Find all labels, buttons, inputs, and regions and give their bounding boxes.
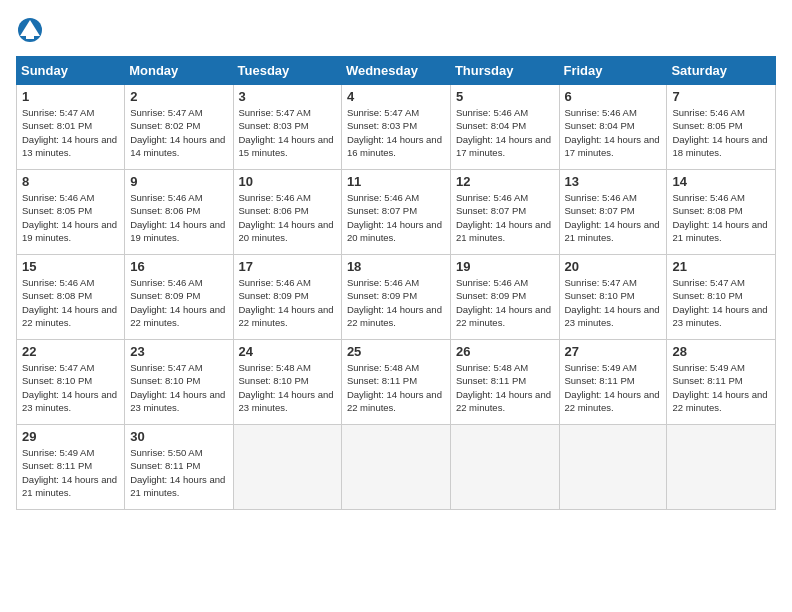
day-number: 27 [565,344,662,359]
day-info: Sunrise: 5:46 AM Sunset: 8:04 PM Dayligh… [565,106,662,159]
day-number: 16 [130,259,227,274]
day-number: 28 [672,344,770,359]
day-number: 15 [22,259,119,274]
day-info: Sunrise: 5:47 AM Sunset: 8:01 PM Dayligh… [22,106,119,159]
day-number: 11 [347,174,445,189]
day-cell: 16 Sunrise: 5:46 AM Sunset: 8:09 PM Dayl… [125,255,233,340]
day-number: 20 [565,259,662,274]
day-number: 3 [239,89,336,104]
day-info: Sunrise: 5:47 AM Sunset: 8:10 PM Dayligh… [22,361,119,414]
calendar-header-thursday: Thursday [450,57,559,85]
day-number: 24 [239,344,336,359]
day-number: 22 [22,344,119,359]
empty-cell [233,425,341,510]
day-cell: 25 Sunrise: 5:48 AM Sunset: 8:11 PM Dayl… [341,340,450,425]
day-cell: 30 Sunrise: 5:50 AM Sunset: 8:11 PM Dayl… [125,425,233,510]
day-info: Sunrise: 5:49 AM Sunset: 8:11 PM Dayligh… [22,446,119,499]
week-row: 22 Sunrise: 5:47 AM Sunset: 8:10 PM Dayl… [17,340,776,425]
day-info: Sunrise: 5:46 AM Sunset: 8:05 PM Dayligh… [22,191,119,244]
day-number: 17 [239,259,336,274]
day-cell: 27 Sunrise: 5:49 AM Sunset: 8:11 PM Dayl… [559,340,667,425]
week-row: 29 Sunrise: 5:49 AM Sunset: 8:11 PM Dayl… [17,425,776,510]
day-cell: 1 Sunrise: 5:47 AM Sunset: 8:01 PM Dayli… [17,85,125,170]
day-number: 30 [130,429,227,444]
day-info: Sunrise: 5:47 AM Sunset: 8:10 PM Dayligh… [130,361,227,414]
day-info: Sunrise: 5:49 AM Sunset: 8:11 PM Dayligh… [672,361,770,414]
day-cell: 12 Sunrise: 5:46 AM Sunset: 8:07 PM Dayl… [450,170,559,255]
day-number: 5 [456,89,554,104]
day-cell: 10 Sunrise: 5:46 AM Sunset: 8:06 PM Dayl… [233,170,341,255]
week-row: 15 Sunrise: 5:46 AM Sunset: 8:08 PM Dayl… [17,255,776,340]
week-row: 8 Sunrise: 5:46 AM Sunset: 8:05 PM Dayli… [17,170,776,255]
day-info: Sunrise: 5:48 AM Sunset: 8:11 PM Dayligh… [456,361,554,414]
svg-rect-2 [26,34,34,39]
day-number: 10 [239,174,336,189]
day-cell: 20 Sunrise: 5:47 AM Sunset: 8:10 PM Dayl… [559,255,667,340]
calendar-header-monday: Monday [125,57,233,85]
day-info: Sunrise: 5:47 AM Sunset: 8:10 PM Dayligh… [565,276,662,329]
day-info: Sunrise: 5:46 AM Sunset: 8:05 PM Dayligh… [672,106,770,159]
day-cell: 26 Sunrise: 5:48 AM Sunset: 8:11 PM Dayl… [450,340,559,425]
day-cell: 29 Sunrise: 5:49 AM Sunset: 8:11 PM Dayl… [17,425,125,510]
day-number: 1 [22,89,119,104]
day-info: Sunrise: 5:46 AM Sunset: 8:07 PM Dayligh… [347,191,445,244]
day-info: Sunrise: 5:48 AM Sunset: 8:11 PM Dayligh… [347,361,445,414]
day-number: 6 [565,89,662,104]
calendar-header-row: SundayMondayTuesdayWednesdayThursdayFrid… [17,57,776,85]
day-info: Sunrise: 5:46 AM Sunset: 8:09 PM Dayligh… [239,276,336,329]
day-number: 2 [130,89,227,104]
day-cell: 13 Sunrise: 5:46 AM Sunset: 8:07 PM Dayl… [559,170,667,255]
day-info: Sunrise: 5:46 AM Sunset: 8:04 PM Dayligh… [456,106,554,159]
day-number: 14 [672,174,770,189]
empty-cell [450,425,559,510]
day-number: 7 [672,89,770,104]
day-number: 8 [22,174,119,189]
day-cell: 28 Sunrise: 5:49 AM Sunset: 8:11 PM Dayl… [667,340,776,425]
day-number: 29 [22,429,119,444]
page-header [16,16,776,44]
day-number: 13 [565,174,662,189]
day-info: Sunrise: 5:47 AM Sunset: 8:02 PM Dayligh… [130,106,227,159]
day-cell: 17 Sunrise: 5:46 AM Sunset: 8:09 PM Dayl… [233,255,341,340]
day-cell: 23 Sunrise: 5:47 AM Sunset: 8:10 PM Dayl… [125,340,233,425]
empty-cell [559,425,667,510]
day-info: Sunrise: 5:47 AM Sunset: 8:03 PM Dayligh… [347,106,445,159]
day-cell: 4 Sunrise: 5:47 AM Sunset: 8:03 PM Dayli… [341,85,450,170]
day-cell: 7 Sunrise: 5:46 AM Sunset: 8:05 PM Dayli… [667,85,776,170]
day-info: Sunrise: 5:46 AM Sunset: 8:06 PM Dayligh… [239,191,336,244]
calendar-header-wednesday: Wednesday [341,57,450,85]
day-cell: 3 Sunrise: 5:47 AM Sunset: 8:03 PM Dayli… [233,85,341,170]
day-cell: 19 Sunrise: 5:46 AM Sunset: 8:09 PM Dayl… [450,255,559,340]
day-info: Sunrise: 5:46 AM Sunset: 8:07 PM Dayligh… [565,191,662,244]
calendar-header-saturday: Saturday [667,57,776,85]
day-cell: 24 Sunrise: 5:48 AM Sunset: 8:10 PM Dayl… [233,340,341,425]
logo [16,16,48,44]
day-cell: 8 Sunrise: 5:46 AM Sunset: 8:05 PM Dayli… [17,170,125,255]
day-info: Sunrise: 5:49 AM Sunset: 8:11 PM Dayligh… [565,361,662,414]
logo-icon [16,16,44,44]
day-info: Sunrise: 5:46 AM Sunset: 8:08 PM Dayligh… [22,276,119,329]
day-number: 23 [130,344,227,359]
day-cell: 14 Sunrise: 5:46 AM Sunset: 8:08 PM Dayl… [667,170,776,255]
day-cell: 21 Sunrise: 5:47 AM Sunset: 8:10 PM Dayl… [667,255,776,340]
day-info: Sunrise: 5:50 AM Sunset: 8:11 PM Dayligh… [130,446,227,499]
day-cell: 2 Sunrise: 5:47 AM Sunset: 8:02 PM Dayli… [125,85,233,170]
day-number: 12 [456,174,554,189]
day-cell: 15 Sunrise: 5:46 AM Sunset: 8:08 PM Dayl… [17,255,125,340]
calendar-header-tuesday: Tuesday [233,57,341,85]
calendar-header-friday: Friday [559,57,667,85]
day-cell: 22 Sunrise: 5:47 AM Sunset: 8:10 PM Dayl… [17,340,125,425]
day-info: Sunrise: 5:48 AM Sunset: 8:10 PM Dayligh… [239,361,336,414]
calendar-header-sunday: Sunday [17,57,125,85]
day-number: 19 [456,259,554,274]
calendar: SundayMondayTuesdayWednesdayThursdayFrid… [16,56,776,510]
day-cell: 18 Sunrise: 5:46 AM Sunset: 8:09 PM Dayl… [341,255,450,340]
day-info: Sunrise: 5:46 AM Sunset: 8:09 PM Dayligh… [456,276,554,329]
day-info: Sunrise: 5:46 AM Sunset: 8:09 PM Dayligh… [130,276,227,329]
day-number: 21 [672,259,770,274]
day-info: Sunrise: 5:47 AM Sunset: 8:10 PM Dayligh… [672,276,770,329]
day-cell: 9 Sunrise: 5:46 AM Sunset: 8:06 PM Dayli… [125,170,233,255]
day-number: 18 [347,259,445,274]
day-info: Sunrise: 5:47 AM Sunset: 8:03 PM Dayligh… [239,106,336,159]
day-number: 25 [347,344,445,359]
